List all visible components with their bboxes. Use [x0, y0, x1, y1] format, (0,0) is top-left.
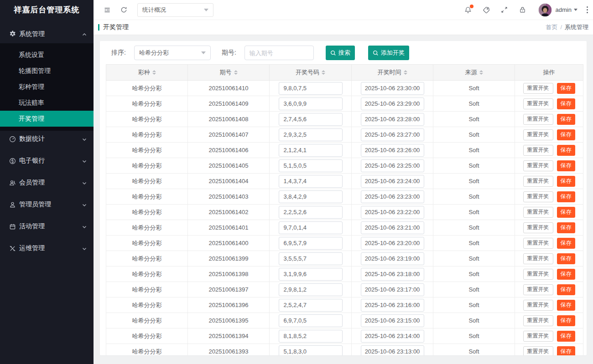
reset-draw-button[interactable]: 重置开奖 [523, 300, 553, 311]
reset-draw-button[interactable]: 重置开奖 [523, 145, 553, 156]
save-button[interactable]: 保存 [557, 222, 575, 233]
time-input[interactable] [361, 82, 424, 95]
notification-bell-icon[interactable] [463, 5, 473, 15]
save-button[interactable]: 保存 [557, 191, 575, 202]
breadcrumb-home[interactable]: 首页 [546, 24, 557, 31]
reset-draw-button[interactable]: 重置开奖 [523, 191, 553, 202]
sort-icon[interactable] [479, 70, 483, 75]
reset-draw-button[interactable]: 重置开奖 [523, 253, 553, 264]
save-button[interactable]: 保存 [557, 346, 575, 356]
save-button[interactable]: 保存 [557, 331, 575, 342]
reset-draw-button[interactable]: 重置开奖 [523, 269, 553, 280]
time-input[interactable] [361, 144, 424, 157]
search-button[interactable]: 搜索 [326, 46, 355, 60]
numbers-input[interactable] [279, 314, 343, 327]
sidebar-item-carousel-management[interactable]: 轮播图管理 [0, 63, 94, 79]
save-button[interactable]: 保存 [557, 98, 575, 109]
time-input[interactable] [361, 206, 424, 219]
time-input[interactable] [361, 175, 424, 188]
save-button[interactable]: 保存 [557, 269, 575, 280]
save-button[interactable]: 保存 [557, 176, 575, 187]
save-button[interactable]: 保存 [557, 207, 575, 218]
numbers-input[interactable] [279, 144, 343, 157]
sidebar-item-lottery-type-management[interactable]: 彩种管理 [0, 79, 94, 95]
time-input[interactable] [361, 268, 424, 281]
sidebar-item-activity-management[interactable]: 活动管理 [0, 215, 94, 237]
time-input[interactable] [361, 330, 424, 343]
numbers-input[interactable] [279, 113, 343, 126]
time-input[interactable] [361, 237, 424, 250]
collapse-sidebar-icon[interactable] [102, 5, 113, 15]
sidebar-item-member-management[interactable]: 会员管理 [0, 172, 94, 194]
numbers-input[interactable] [279, 221, 343, 234]
time-input[interactable] [361, 345, 424, 356]
numbers-input[interactable] [279, 175, 343, 188]
fullscreen-icon[interactable] [499, 5, 510, 15]
reset-draw-button[interactable]: 重置开奖 [523, 98, 553, 109]
numbers-input[interactable] [279, 252, 343, 265]
avatar[interactable] [538, 3, 552, 17]
numbers-input[interactable] [279, 330, 343, 343]
sidebar-item-ops-management[interactable]: 运维管理 [0, 237, 94, 259]
time-input[interactable] [361, 252, 424, 265]
time-input[interactable] [361, 314, 424, 327]
save-button[interactable]: 保存 [557, 284, 575, 295]
save-button[interactable]: 保存 [557, 83, 575, 94]
numbers-input[interactable] [279, 299, 343, 312]
time-input[interactable] [361, 190, 424, 203]
save-button[interactable]: 保存 [557, 129, 575, 140]
numbers-input[interactable] [279, 206, 343, 219]
save-button[interactable]: 保存 [557, 300, 575, 311]
user-menu[interactable]: admin [556, 6, 577, 13]
numbers-input[interactable] [279, 97, 343, 110]
sort-icon[interactable] [322, 70, 325, 75]
sidebar-item-play-odds[interactable]: 玩法赔率 [0, 95, 94, 111]
reset-draw-button[interactable]: 重置开奖 [523, 346, 553, 356]
more-options-icon[interactable] [583, 5, 591, 15]
numbers-input[interactable] [279, 190, 343, 203]
save-button[interactable]: 保存 [557, 315, 575, 326]
save-button[interactable]: 保存 [557, 238, 575, 249]
reset-draw-button[interactable]: 重置开奖 [523, 222, 553, 233]
time-input[interactable] [361, 113, 424, 126]
time-input[interactable] [361, 283, 424, 296]
reset-draw-button[interactable]: 重置开奖 [523, 160, 553, 171]
time-input[interactable] [361, 159, 424, 172]
lock-icon[interactable] [517, 5, 528, 15]
tag-icon[interactable] [481, 5, 492, 15]
time-input[interactable] [361, 299, 424, 312]
reset-draw-button[interactable]: 重置开奖 [523, 176, 553, 187]
reset-draw-button[interactable]: 重置开奖 [523, 207, 553, 218]
numbers-input[interactable] [279, 82, 343, 95]
add-draw-button[interactable]: 添加开奖 [368, 46, 409, 60]
save-button[interactable]: 保存 [557, 160, 575, 171]
sidebar-item-data-statistics[interactable]: 数据统计 [0, 128, 94, 150]
reset-draw-button[interactable]: 重置开奖 [523, 114, 553, 125]
sidebar-item-system-settings[interactable]: 系统设置 [0, 47, 94, 63]
sort-select[interactable]: 哈希分分彩 [134, 46, 211, 60]
numbers-input[interactable] [279, 237, 343, 250]
sidebar-item-administrator-management[interactable]: 管理员管理 [0, 194, 94, 215]
reset-draw-button[interactable]: 重置开奖 [523, 83, 553, 94]
nav-select[interactable]: 统计概况 [137, 3, 213, 17]
save-button[interactable]: 保存 [557, 145, 575, 156]
reset-draw-button[interactable]: 重置开奖 [523, 315, 553, 326]
time-input[interactable] [361, 97, 424, 110]
save-button[interactable]: 保存 [557, 114, 575, 125]
numbers-input[interactable] [279, 159, 343, 172]
sort-icon[interactable] [404, 70, 407, 75]
sidebar-item-draw-management[interactable]: 开奖管理 [0, 111, 94, 127]
time-input[interactable] [361, 221, 424, 234]
numbers-input[interactable] [279, 345, 343, 356]
sort-icon[interactable] [234, 70, 238, 75]
refresh-icon[interactable] [118, 5, 129, 15]
numbers-input[interactable] [279, 283, 343, 296]
issue-input[interactable] [244, 46, 314, 60]
sidebar-item-e-bank[interactable]: 电子银行 [0, 150, 94, 172]
sort-icon[interactable] [152, 70, 156, 75]
reset-draw-button[interactable]: 重置开奖 [523, 129, 553, 140]
time-input[interactable] [361, 128, 424, 141]
sidebar-item-system-management[interactable]: 系统管理 [0, 25, 94, 43]
numbers-input[interactable] [279, 268, 343, 281]
save-button[interactable]: 保存 [557, 253, 575, 264]
